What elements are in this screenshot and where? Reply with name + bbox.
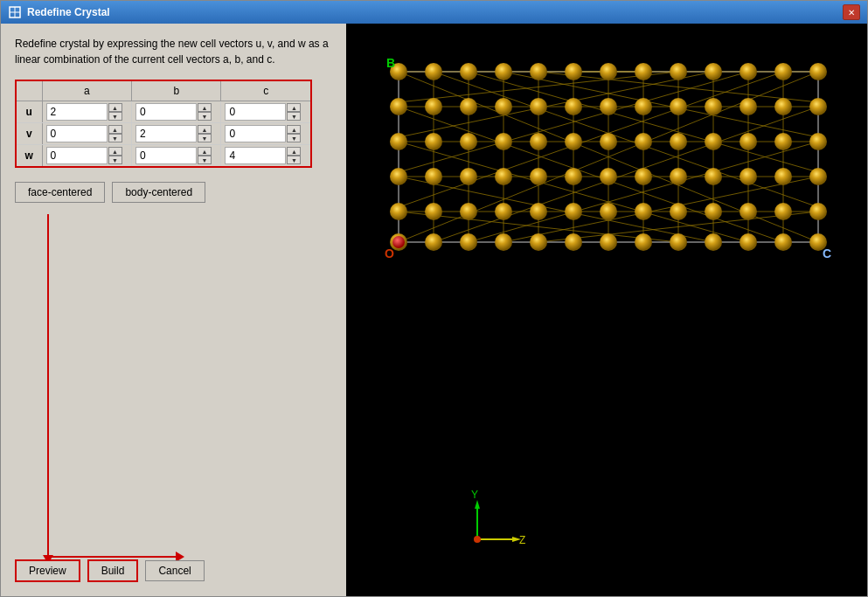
spin-down-v-a[interactable]: ▼ <box>108 134 122 142</box>
cell-v-b: ▲ ▼ <box>131 123 220 145</box>
title-buttons: ✕ <box>843 4 860 20</box>
cell-u-a: ▲ ▼ <box>42 101 131 123</box>
svg-point-76 <box>809 133 827 150</box>
svg-point-63 <box>809 98 827 115</box>
svg-point-43 <box>565 63 582 80</box>
spinner-u-c: ▲ ▼ <box>287 103 301 121</box>
title-bar: Redefine Crystal ✕ <box>1 1 867 24</box>
input-w-a[interactable] <box>46 147 108 164</box>
svg-point-57 <box>600 98 617 115</box>
o-label: O <box>385 246 394 260</box>
input-u-c[interactable] <box>225 103 286 121</box>
description-text: Redefine crystal by expressing the new c… <box>15 36 332 67</box>
input-w-b[interactable] <box>135 147 197 164</box>
spin-up-w-b[interactable]: ▲ <box>198 147 212 156</box>
svg-point-78 <box>425 168 442 185</box>
svg-line-31 <box>503 177 818 242</box>
spin-down-w-c[interactable]: ▼ <box>287 156 301 164</box>
title-bar-left: Redefine Crystal <box>8 5 110 19</box>
svg-point-102 <box>809 203 827 220</box>
svg-point-83 <box>600 168 617 185</box>
matrix-table: a b c u ▲ ▼ <box>15 80 312 168</box>
svg-point-96 <box>600 203 617 220</box>
c-label: C <box>823 246 831 260</box>
spinner-v-b: ▲ ▼ <box>198 125 212 142</box>
header-a: a <box>42 80 131 101</box>
spinner-w-c: ▲ ▼ <box>287 147 301 164</box>
arrow-right-indicator <box>48 556 177 558</box>
b-label: B <box>386 56 395 70</box>
svg-point-104 <box>425 233 442 251</box>
svg-point-108 <box>565 233 582 251</box>
spin-up-v-b[interactable]: ▲ <box>198 125 212 134</box>
face-centered-button[interactable]: face-centered <box>15 182 105 203</box>
left-panel: Redefine crystal by expressing the new c… <box>1 24 346 596</box>
close-button[interactable]: ✕ <box>843 4 860 20</box>
crystal-svg: B O C Y Z <box>346 24 867 596</box>
svg-point-54 <box>495 98 512 115</box>
svg-point-64 <box>390 133 407 150</box>
svg-point-113 <box>740 233 757 251</box>
spin-down-v-b[interactable]: ▼ <box>198 134 212 142</box>
spin-down-u-c[interactable]: ▼ <box>287 112 301 121</box>
svg-point-81 <box>530 168 547 185</box>
spinner-u-a: ▲ ▼ <box>108 103 122 121</box>
row-label-u: u <box>16 101 42 123</box>
build-button[interactable]: Build <box>87 559 139 582</box>
svg-point-92 <box>460 203 477 220</box>
spin-down-w-b[interactable]: ▼ <box>198 156 212 164</box>
input-u-a[interactable] <box>46 103 108 121</box>
svg-line-25 <box>503 72 818 137</box>
input-u-b[interactable] <box>135 103 197 121</box>
spin-up-u-a[interactable]: ▲ <box>108 103 122 112</box>
svg-point-101 <box>774 203 792 220</box>
svg-point-71 <box>635 133 652 150</box>
svg-point-106 <box>495 233 512 251</box>
svg-point-39 <box>425 63 442 80</box>
table-row: v ▲ ▼ <box>16 123 311 145</box>
spin-up-v-a[interactable]: ▲ <box>108 125 122 134</box>
row-label-v: v <box>16 123 42 145</box>
svg-point-41 <box>495 63 512 80</box>
svg-point-50 <box>809 63 827 80</box>
spin-down-v-c[interactable]: ▼ <box>287 134 301 142</box>
cell-v-c: ▲ ▼ <box>221 123 311 145</box>
spin-down-u-a[interactable]: ▼ <box>108 112 122 121</box>
spin-up-v-c[interactable]: ▲ <box>287 125 301 134</box>
svg-point-59 <box>670 98 687 115</box>
svg-point-107 <box>530 233 547 251</box>
cancel-button[interactable]: Cancel <box>145 560 204 581</box>
input-v-a[interactable] <box>46 125 108 142</box>
header-empty <box>16 80 42 101</box>
svg-point-42 <box>530 63 547 80</box>
main-window: Redefine Crystal ✕ Redefine crystal by e… <box>0 0 868 597</box>
svg-point-62 <box>774 98 792 115</box>
spinner-w-b: ▲ ▼ <box>198 147 212 164</box>
header-c: c <box>221 80 311 101</box>
preview-button[interactable]: Preview <box>15 559 80 582</box>
cell-w-a: ▲ ▼ <box>42 145 131 168</box>
svg-point-114 <box>774 233 792 251</box>
spin-up-u-c[interactable]: ▲ <box>287 103 301 112</box>
input-v-b[interactable] <box>135 125 197 142</box>
spin-up-w-c[interactable]: ▲ <box>287 147 301 156</box>
spinner-w-a: ▲ ▼ <box>108 147 122 164</box>
svg-point-66 <box>460 133 477 150</box>
svg-point-46 <box>670 63 687 80</box>
input-w-c[interactable] <box>225 147 286 164</box>
body-centered-button[interactable]: body-centered <box>112 182 205 203</box>
cell-u-c: ▲ ▼ <box>221 101 311 123</box>
spin-down-u-b[interactable]: ▼ <box>198 112 212 121</box>
app-icon <box>8 5 22 19</box>
svg-point-109 <box>600 233 617 251</box>
spin-down-w-a[interactable]: ▼ <box>108 156 122 164</box>
svg-point-91 <box>425 203 442 220</box>
input-v-c[interactable] <box>225 125 286 142</box>
svg-point-105 <box>460 233 477 251</box>
crystal-viewport: B O C Y Z <box>346 24 867 596</box>
svg-point-89 <box>809 168 827 185</box>
spin-up-w-a[interactable]: ▲ <box>108 147 122 156</box>
svg-point-110 <box>635 233 652 251</box>
window-title: Redefine Crystal <box>27 6 110 18</box>
spin-up-u-b[interactable]: ▲ <box>198 103 212 112</box>
